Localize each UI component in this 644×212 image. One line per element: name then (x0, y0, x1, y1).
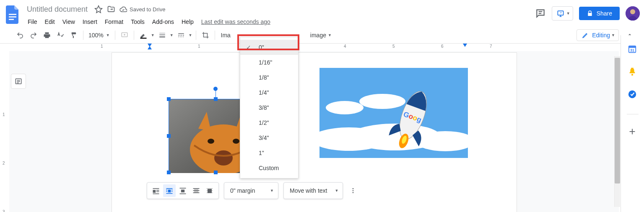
margin-option-3-4[interactable]: 3/4" (240, 130, 298, 145)
comments-icon[interactable] (535, 8, 546, 19)
chevron-down-icon[interactable]: ▼ (189, 33, 192, 37)
margin-option-3-8[interactable]: 3/8" (240, 100, 298, 115)
print-button[interactable] (41, 29, 53, 41)
menu-addons[interactable]: Add-ons (149, 17, 177, 27)
wrap-break-button[interactable] (177, 184, 189, 197)
margin-option-1-8[interactable]: 1/8" (240, 70, 298, 85)
image-margin-select[interactable]: 0" margin ▼ (224, 182, 278, 199)
image-move-select[interactable]: Move with text ▼ (283, 182, 343, 199)
side-panel: 31 (621, 35, 644, 212)
horizontal-ruler[interactable]: 1 1 2 3 4 5 6 7 (9, 44, 644, 50)
wrap-front-button[interactable] (203, 184, 216, 197)
wrap-behind-button[interactable] (190, 184, 203, 197)
star-icon[interactable] (94, 5, 103, 13)
editing-label: Editing (592, 32, 610, 39)
ruler-tick: 4 (344, 44, 346, 49)
svg-rect-63 (208, 189, 212, 193)
ruler-tick: 1 (101, 44, 103, 49)
undo-button[interactable] (14, 29, 26, 41)
indent-marker-left[interactable] (148, 44, 152, 47)
share-label: Share (597, 10, 612, 17)
menu-edit[interactable]: Edit (42, 17, 58, 27)
menu-file[interactable]: File (24, 17, 41, 27)
rotate-handle[interactable] (213, 87, 218, 91)
chevron-down-icon: ▼ (106, 33, 110, 37)
svg-point-25 (359, 94, 405, 109)
spellcheck-button[interactable] (55, 29, 66, 41)
document-title[interactable]: Untitled document (24, 4, 90, 15)
resize-handle-tm[interactable] (214, 97, 218, 101)
add-comment-button[interactable] (119, 29, 130, 41)
editing-mode-button[interactable]: Editing ▼ (576, 29, 619, 41)
replace-image-button[interactable]: image ▼ (308, 32, 334, 39)
titlebar: Untitled document Saved to Drive File Ed… (0, 0, 644, 27)
svg-text:31: 31 (630, 48, 634, 52)
rocket-image[interactable]: Goog (319, 68, 468, 158)
share-button[interactable]: Share (579, 7, 620, 20)
svg-rect-46 (166, 188, 173, 189)
crop-button[interactable] (200, 29, 211, 41)
margin-option-0[interactable]: ✓0" (240, 40, 298, 55)
vertical-scrollbar[interactable] (614, 56, 620, 207)
svg-rect-59 (193, 192, 200, 193)
menu-format[interactable]: Format (101, 17, 127, 27)
vertical-ruler[interactable]: 1 2 3 (0, 51, 9, 212)
redo-button[interactable] (28, 29, 39, 41)
scroll-thumb[interactable] (615, 58, 620, 184)
chevron-down-icon[interactable]: ▼ (170, 33, 174, 37)
menu-insert[interactable]: Insert (79, 17, 101, 27)
v-ruler-tick: 2 (3, 161, 5, 165)
menu-help[interactable]: Help (178, 17, 197, 27)
border-dash-button[interactable] (175, 29, 187, 41)
svg-rect-42 (153, 190, 156, 193)
zoom-select[interactable]: 100%▼ (87, 32, 112, 39)
image-options-bar: 0" margin ▼ Move with text ▼ (147, 182, 358, 199)
wrap-text-button[interactable] (163, 184, 176, 197)
ruler-tick: 7 (490, 44, 492, 49)
wrap-inline-button[interactable] (150, 184, 162, 197)
border-weight-button[interactable] (156, 29, 168, 41)
ruler-tick: 1 (198, 44, 200, 49)
svg-point-7 (630, 9, 635, 14)
user-avatar[interactable] (626, 6, 640, 21)
chevron-down-icon: ▼ (328, 33, 332, 37)
add-addon-icon[interactable] (628, 127, 638, 137)
border-color-button[interactable] (138, 29, 149, 41)
chevron-down-icon[interactable]: ▼ (151, 33, 155, 37)
svg-rect-19 (181, 36, 182, 37)
svg-rect-52 (166, 193, 173, 194)
paint-format-button[interactable] (68, 29, 80, 41)
menu-view[interactable]: View (59, 17, 78, 27)
tasks-icon[interactable] (628, 90, 638, 100)
menu-tools[interactable]: Tools (127, 17, 148, 27)
margin-option-1-4[interactable]: 1/4" (240, 85, 298, 100)
calendar-icon[interactable]: 31 (628, 44, 638, 54)
indent-marker-right[interactable] (463, 44, 467, 47)
lock-icon (587, 10, 593, 17)
margin-option-1-2[interactable]: 1/2" (240, 115, 298, 130)
svg-rect-0 (9, 14, 16, 15)
margin-option-1-16[interactable]: 1/16" (240, 55, 298, 70)
margin-option-custom[interactable]: Custom (240, 160, 298, 176)
saved-status[interactable]: Saved to Drive (119, 5, 165, 13)
margin-option-1[interactable]: 1" (240, 145, 298, 160)
last-edit-link[interactable]: Last edit was seconds ago (198, 17, 274, 27)
svg-rect-48 (166, 190, 168, 191)
move-folder-icon[interactable] (107, 5, 115, 13)
image-options-button[interactable]: Ima (218, 32, 233, 39)
ruler-tick: 6 (441, 44, 444, 49)
pencil-icon (582, 32, 589, 39)
keep-icon[interactable] (628, 67, 638, 77)
present-button[interactable]: ▼ (552, 6, 573, 21)
resize-handle-bl[interactable] (167, 171, 171, 174)
resize-handle-tl[interactable] (167, 97, 171, 101)
image-more-button[interactable] (348, 182, 358, 199)
margin-dropdown: ✓0" 1/16" 1/8" 1/4" 3/8" 1/2" 3/4" 1" Cu… (240, 37, 299, 178)
saved-text: Saved to Drive (130, 6, 165, 13)
resize-handle-bm[interactable] (214, 171, 218, 174)
outline-toggle-button[interactable] (11, 74, 26, 89)
google-docs-logo[interactable] (4, 3, 21, 26)
resize-handle-ml[interactable] (167, 134, 171, 138)
rotate-line (216, 90, 216, 98)
svg-rect-20 (183, 36, 184, 37)
